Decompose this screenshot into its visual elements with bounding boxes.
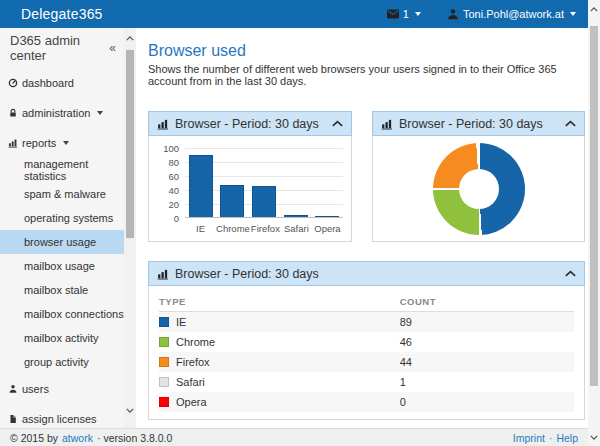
sidebar-item-label: spam & malware xyxy=(24,188,106,200)
bar-chart-icon xyxy=(8,138,22,148)
x-axis-label: IE xyxy=(185,223,216,234)
imprint-link[interactable]: Imprint xyxy=(513,432,545,444)
sidebar-nav: dashboardadministrationreportsmanagement… xyxy=(0,68,124,428)
y-axis-tick: 60 xyxy=(157,171,179,182)
bar-chart: 020406080100IEChromeFirefoxSafariOpera xyxy=(149,148,351,244)
caret-down-icon xyxy=(570,12,576,16)
sidebar: D365 admin center « dashboardadministrat… xyxy=(0,28,124,428)
x-axis-label: Firefox xyxy=(250,223,281,234)
window-scrollbar[interactable] xyxy=(588,0,600,446)
chevron-up-icon[interactable] xyxy=(565,120,576,127)
brand-logo[interactable]: Delegate365 xyxy=(21,6,103,22)
browser-table: TYPECOUNTIE89Chrome46Firefox44Safari1Ope… xyxy=(159,291,574,412)
scrollbar-thumb[interactable] xyxy=(590,26,598,386)
column-header: COUNT xyxy=(400,291,574,312)
scroll-down-icon[interactable] xyxy=(126,406,134,414)
scrollbar-thumb[interactable] xyxy=(126,50,134,238)
bar xyxy=(220,185,244,217)
scroll-up-icon[interactable] xyxy=(126,34,134,42)
caret-down-icon xyxy=(97,111,103,115)
browser-count: 46 xyxy=(400,332,574,352)
sidebar-item-label: users xyxy=(22,383,49,395)
caret-down-icon xyxy=(415,12,421,16)
caret-down-icon xyxy=(63,141,69,145)
y-axis-tick: 80 xyxy=(157,157,179,168)
sidebar-item-mailbox-activity[interactable]: mailbox activity xyxy=(0,326,124,350)
legend-swatch xyxy=(159,397,169,407)
sidebar-item-label: group activity xyxy=(24,356,89,368)
browser-type: IE xyxy=(176,316,186,328)
panel-title: Browser - Period: 30 days xyxy=(399,117,543,131)
column-header: TYPE xyxy=(159,291,400,312)
y-axis-tick: 40 xyxy=(157,185,179,196)
sidebar-item-assign-licenses[interactable]: assign licenses xyxy=(0,404,124,428)
legend-swatch xyxy=(159,377,169,387)
atwork-link[interactable]: atwork xyxy=(62,432,93,444)
separator: · xyxy=(549,432,553,444)
sidebar-item-browser-usage[interactable]: browser usage xyxy=(0,230,124,254)
donut-chart-panel: Browser - Period: 30 days xyxy=(372,111,585,242)
messages-menu[interactable]: 1 xyxy=(387,8,421,20)
bar xyxy=(252,186,276,217)
user-email: Toni.Pohl@atwork.at xyxy=(463,8,564,20)
sidebar-item-label: operating systems xyxy=(24,212,113,224)
sidebar-item-reports[interactable]: reports xyxy=(0,128,124,158)
x-axis-label: Opera xyxy=(312,223,343,234)
lock-icon xyxy=(8,108,22,118)
bar-chart-icon xyxy=(381,118,393,130)
donut-chart xyxy=(433,143,525,235)
table-row: Chrome46 xyxy=(159,332,574,352)
chevron-up-icon[interactable] xyxy=(332,120,343,127)
sidebar-item-administration[interactable]: administration xyxy=(0,98,124,128)
main-content: Browser used Shows the number of differe… xyxy=(136,28,588,428)
browser-count: 1 xyxy=(400,372,574,392)
x-axis-label: Chrome xyxy=(216,223,250,234)
copyright-text: © 2015 by xyxy=(10,432,58,444)
page-subtitle: Shows the number of different web browse… xyxy=(148,63,585,87)
sidebar-item-operating-systems[interactable]: operating systems xyxy=(0,206,124,230)
table-row: Firefox44 xyxy=(159,352,574,372)
envelope-icon xyxy=(387,8,399,20)
sidebar-scrollbar[interactable] xyxy=(124,28,136,428)
users-icon xyxy=(8,384,22,394)
panel-title: Browser - Period: 30 days xyxy=(175,117,319,131)
version-text: · version 3.8.0.0 xyxy=(97,432,172,444)
sidebar-item-label: mailbox connections xyxy=(24,308,124,320)
browser-type: Opera xyxy=(176,396,207,408)
user-menu[interactable]: Toni.Pohl@atwork.at xyxy=(447,8,576,20)
bar xyxy=(284,215,308,217)
sidebar-item-mailbox-usage[interactable]: mailbox usage xyxy=(0,254,124,278)
sidebar-item-label: mailbox usage xyxy=(24,260,95,272)
bar xyxy=(189,155,213,217)
panel-title: Browser - Period: 30 days xyxy=(175,267,319,281)
sidebar-item-mailbox-connections[interactable]: mailbox connections xyxy=(0,302,124,326)
app-window: Delegate365 1 Toni.Pohl@atwork.at D365 a… xyxy=(0,0,600,446)
x-axis-label: Safari xyxy=(281,223,312,234)
sidebar-item-management-statistics[interactable]: management statistics xyxy=(0,158,124,182)
browser-count: 89 xyxy=(400,312,574,332)
legend-swatch xyxy=(159,317,169,327)
sidebar-item-mailbox-stale[interactable]: mailbox stale xyxy=(0,278,124,302)
browser-type: Chrome xyxy=(176,336,215,348)
help-link[interactable]: Help xyxy=(556,432,578,444)
table-row: Opera0 xyxy=(159,392,574,412)
donut-panel-heading[interactable]: Browser - Period: 30 days xyxy=(372,111,585,136)
browser-count: 0 xyxy=(400,392,574,412)
sidebar-item-spam-malware[interactable]: spam & malware xyxy=(0,182,124,206)
sidebar-item-group-activity[interactable]: group activity xyxy=(0,350,124,374)
sidebar-item-label: dashboard xyxy=(22,77,74,89)
legend-swatch xyxy=(159,337,169,347)
table-panel-heading[interactable]: Browser - Period: 30 days xyxy=(148,261,585,286)
donut-chart-body xyxy=(373,143,584,235)
sidebar-item-dashboard[interactable]: dashboard xyxy=(0,68,124,98)
bar-chart-icon xyxy=(157,268,169,280)
sidebar-title: D365 admin center xyxy=(10,33,109,63)
scroll-up-icon[interactable] xyxy=(590,5,598,13)
chevron-up-icon[interactable] xyxy=(565,270,576,277)
bar-panel-heading[interactable]: Browser - Period: 30 days xyxy=(148,111,352,136)
scroll-down-icon[interactable] xyxy=(590,433,598,441)
sidebar-item-users[interactable]: users xyxy=(0,374,124,404)
sidebar-header: D365 admin center « xyxy=(0,28,124,68)
sidebar-collapse-icon[interactable]: « xyxy=(109,41,116,55)
sidebar-item-label: mailbox activity xyxy=(24,332,99,344)
